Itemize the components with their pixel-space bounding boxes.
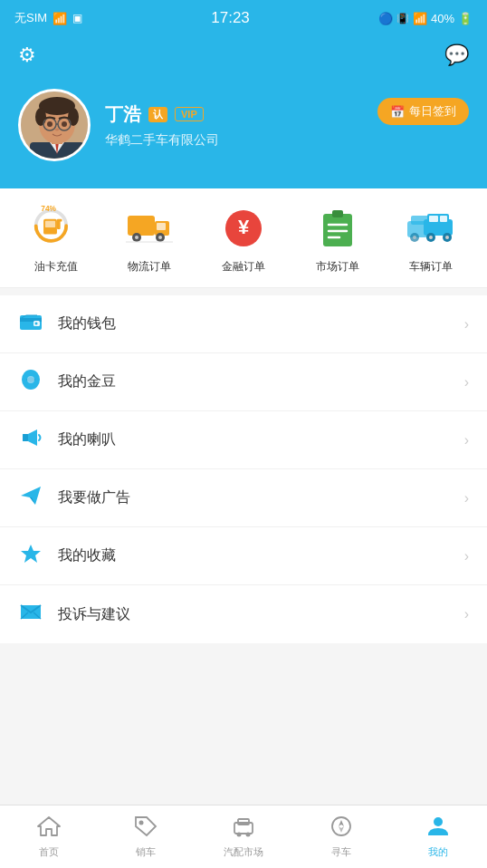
quick-label-vehicle: 车辆订单 [409, 259, 453, 275]
profile-section: 丁浩 认 VIP 华鹤二手车有限公司 📅 每日签到 [0, 80, 487, 188]
nav-item-parts[interactable]: 汽配市场 [195, 815, 292, 859]
list-item-megaphone[interactable]: 我的喇叭 › [0, 411, 487, 469]
list-text-star: 我的收藏 [58, 546, 450, 565]
svg-point-62 [139, 820, 144, 825]
status-bar: 无SIM 📶 ▣ 17:23 🔵 📳 📶 40% 🔋 [0, 0, 487, 36]
star-icon [18, 543, 43, 570]
svg-point-28 [158, 236, 162, 239]
quick-item-market[interactable]: 市场订单 [301, 205, 374, 275]
quick-item-oil[interactable]: 74% 油卡充值 [20, 205, 92, 275]
svg-point-54 [27, 376, 34, 383]
settings-button[interactable]: ⚙ [18, 43, 36, 67]
calendar-icon: 📅 [390, 105, 405, 119]
svg-point-14 [55, 129, 59, 131]
parts-icon [232, 815, 255, 843]
nav-item-sell[interactable]: 销车 [98, 815, 196, 859]
svg-point-8 [68, 108, 79, 126]
profile-name: 丁浩 [105, 102, 141, 127]
sign-in-button[interactable]: 📅 每日签到 [377, 98, 469, 125]
status-right: 🔵 📳 📶 40% 🔋 [378, 12, 473, 25]
sell-icon [134, 815, 158, 843]
arrow-megaphone: › [464, 432, 469, 448]
nav-item-mine[interactable]: 我的 [389, 815, 487, 859]
profile-company: 华鹤二手车有限公司 [105, 132, 469, 149]
vip-badge: VIP [175, 107, 204, 121]
sign-in-label: 每日签到 [409, 103, 456, 120]
list-text-complaint: 投诉与建议 [58, 605, 450, 624]
nav-item-home[interactable]: 首页 [0, 815, 98, 859]
list-item-star[interactable]: 我的收藏 › [0, 527, 487, 585]
quick-label-logistics: 物流订单 [128, 259, 171, 275]
quick-item-finance[interactable]: ¥ 金融订单 [207, 205, 280, 275]
svg-rect-24 [157, 223, 166, 230]
avatar [18, 89, 91, 161]
list-item-bean[interactable]: 我的金豆 › [0, 353, 487, 411]
list-item-ad[interactable]: 我要做广告 › [0, 469, 487, 527]
nav-label-mine: 我的 [428, 845, 448, 859]
svg-point-7 [35, 108, 46, 126]
svg-rect-64 [238, 819, 249, 825]
svg-rect-18 [45, 221, 55, 227]
home-icon [37, 815, 61, 843]
svg-point-70 [434, 817, 443, 826]
verified-badge: 认 [148, 107, 167, 122]
status-time: 17:23 [211, 9, 250, 27]
wifi-signal-icon: 📶 [413, 12, 427, 25]
svg-marker-61 [38, 817, 60, 835]
list-item-wallet[interactable]: 我的钱包 › [0, 295, 487, 353]
svg-text:¥: ¥ [238, 216, 250, 238]
quick-item-vehicle[interactable]: 车辆订单 [395, 205, 467, 275]
wallet-icon [18, 312, 43, 337]
arrow-star: › [464, 548, 469, 564]
svg-rect-42 [440, 216, 447, 222]
svg-rect-19 [57, 221, 61, 229]
ad-icon [18, 485, 43, 512]
list-text-megaphone: 我的喇叭 [58, 430, 450, 449]
quick-menu: 74% 油卡充值 物流订单 [0, 188, 487, 288]
list-item-complaint[interactable]: 投诉与建议 › [0, 585, 487, 643]
svg-point-44 [429, 236, 433, 239]
svg-point-65 [236, 832, 241, 836]
svg-rect-41 [429, 216, 438, 222]
arrow-wallet: › [464, 316, 469, 333]
carrier-label: 无SIM [14, 10, 47, 26]
wifi-icon: 📶 [53, 12, 67, 25]
market-icon-wrap [314, 205, 361, 252]
finance-icon-wrap: ¥ [220, 205, 267, 252]
arrow-bean: › [464, 374, 469, 391]
oil-icon-wrap: 74% [33, 205, 80, 252]
svg-point-66 [245, 832, 250, 836]
find-icon [329, 815, 353, 843]
status-left: 无SIM 📶 ▣ [14, 10, 82, 26]
bluetooth-icon: 🔵 [378, 12, 393, 25]
svg-point-52 [35, 322, 38, 324]
bean-icon [18, 369, 43, 396]
logistics-icon-wrap [126, 205, 173, 252]
svg-rect-22 [128, 216, 155, 236]
svg-point-12 [47, 121, 53, 127]
nav-item-find[interactable]: 寻车 [292, 815, 390, 859]
nav-label-find: 寻车 [331, 845, 351, 859]
complaint-icon [18, 602, 43, 627]
quick-label-finance: 金融订单 [222, 259, 265, 275]
svg-rect-56 [23, 434, 28, 441]
nav-label-parts: 汽配市场 [224, 845, 263, 859]
arrow-complaint: › [464, 606, 469, 622]
svg-rect-33 [332, 210, 343, 217]
nav-label-home: 首页 [39, 845, 59, 859]
svg-text:74%: 74% [41, 206, 56, 213]
svg-marker-69 [339, 826, 344, 833]
quick-label-oil: 油卡充值 [34, 259, 78, 275]
list-text-wallet: 我的钱包 [58, 314, 450, 333]
megaphone-icon [18, 428, 43, 453]
bottom-nav: 首页 销车 汽配市场 [0, 805, 487, 868]
vibrate-icon: 📳 [396, 13, 409, 24]
message-button[interactable]: 💬 [444, 43, 469, 67]
arrow-ad: › [464, 490, 469, 506]
svg-rect-20 [57, 219, 62, 222]
quick-item-logistics[interactable]: 物流订单 [113, 205, 186, 275]
list-text-ad: 我要做广告 [58, 488, 450, 507]
svg-marker-57 [21, 487, 41, 505]
vehicle-icon-wrap [407, 205, 454, 252]
svg-marker-59 [21, 545, 41, 563]
